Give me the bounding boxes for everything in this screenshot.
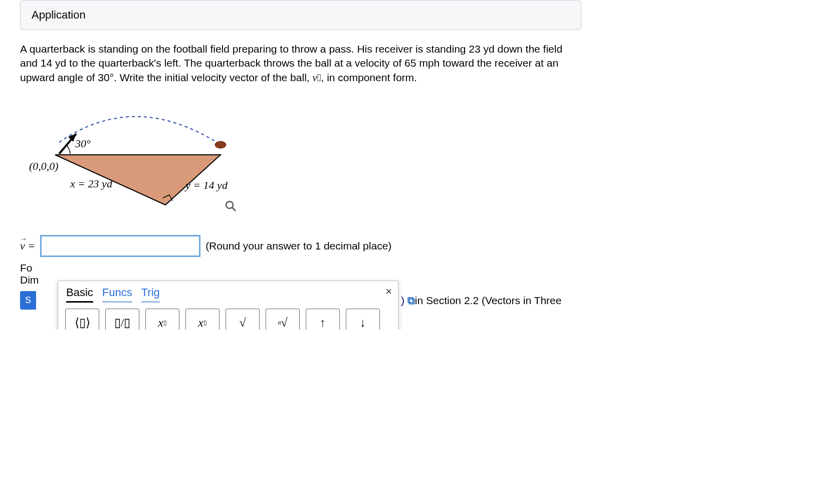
key-angle-brackets[interactable]: ⟨▯⟩: [65, 309, 99, 330]
external-link-icon: ⧉: [407, 295, 415, 306]
tab-basic[interactable]: Basic: [66, 286, 93, 303]
x-label: x = 23 yd: [70, 177, 113, 190]
answer-row: →v = (Round your answer to 1 decimal pla…: [20, 235, 581, 257]
application-title: Application: [32, 9, 86, 21]
svg-point-4: [226, 201, 233, 208]
key-up[interactable]: ↑: [306, 309, 340, 330]
math-keypad: × Basic Funcs Trig ⟨▯⟩ ▯/▯ x▯ x▯ √ n√ ↑ …: [58, 281, 398, 330]
svg-point-0: [215, 141, 226, 148]
magnify-icon[interactable]: [225, 200, 238, 215]
key-sqrt[interactable]: √: [226, 309, 260, 330]
section-reference: ) ⧉in Section 2.2 (Vectors in Three: [401, 295, 561, 307]
angle-label: 30°: [75, 137, 91, 150]
key-fraction[interactable]: ▯/▯: [105, 309, 139, 330]
trajectory-diagram: 30° (0,0,0) x = 23 yd y = 14 yd: [20, 100, 581, 225]
origin-label: (0,0,0): [29, 160, 59, 172]
key-down[interactable]: ↓: [346, 309, 380, 330]
keypad-tabs: Basic Funcs Trig: [58, 281, 398, 303]
svg-line-5: [232, 207, 236, 211]
key-nth-root[interactable]: n√: [266, 309, 300, 330]
key-power[interactable]: x▯: [145, 309, 179, 330]
keypad-row-1: ⟨▯⟩ ▯/▯ x▯ x▯ √ n√ ↑ ↓: [58, 303, 398, 330]
close-icon[interactable]: ×: [385, 285, 392, 298]
tab-funcs[interactable]: Funcs: [102, 286, 132, 303]
tab-trig[interactable]: Trig: [141, 286, 160, 303]
answer-input[interactable]: [40, 235, 200, 257]
problem-statement: A quarterback is standing on the footbal…: [20, 42, 581, 85]
v-equals-label: →v =: [20, 239, 35, 253]
application-header: Application: [20, 0, 581, 30]
vector-symbol: v⃗: [312, 72, 321, 84]
submit-button[interactable]: S: [20, 291, 36, 310]
y-label: y = 14 yd: [184, 179, 228, 191]
rounding-note: (Round your answer to 1 decimal place): [205, 240, 391, 252]
key-subscript[interactable]: x▯: [185, 309, 220, 330]
